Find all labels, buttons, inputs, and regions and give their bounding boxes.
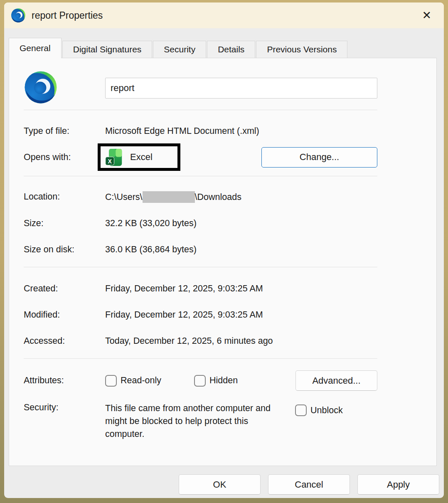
apply-button[interactable]: Apply	[357, 474, 439, 495]
size-row: Size: 32.2 KB (33,020 bytes)	[24, 218, 377, 229]
read-only-checkbox-group: Read-only	[105, 375, 194, 387]
type-of-file-row: Type of file: Microsoft Edge HTML Docume…	[24, 126, 377, 137]
close-icon[interactable]: ✕	[419, 9, 434, 22]
created-value: Friday, December 12, 2025, 9:03:25 AM	[105, 283, 263, 294]
annotation-highlight-box: Excel	[98, 143, 180, 171]
hidden-checkbox[interactable]	[194, 375, 206, 387]
type-of-file-value: Microsoft Edge HTML Document (.xml)	[105, 126, 259, 137]
accessed-label: Accessed:	[24, 335, 105, 347]
tab-general[interactable]: General	[9, 38, 62, 58]
divider	[24, 358, 377, 359]
redacted-username-block	[143, 191, 195, 203]
tab-digital-signatures[interactable]: Digital Signatures	[62, 41, 153, 58]
created-label: Created:	[24, 283, 105, 294]
unblock-checkbox-group: Unblock	[295, 404, 343, 416]
created-row: Created: Friday, December 12, 2025, 9:03…	[24, 283, 377, 294]
size-on-disk-value: 36.0 KB (36,864 bytes)	[105, 244, 197, 255]
size-label: Size:	[24, 218, 105, 229]
read-only-checkbox[interactable]	[105, 375, 117, 387]
modified-value: Friday, December 12, 2025, 9:03:25 AM	[105, 309, 263, 321]
window-title: report Properties	[32, 10, 103, 21]
security-description: This file came from another computer and…	[105, 402, 280, 441]
security-label: Security:	[24, 402, 105, 413]
attributes-row: Attributes: Read-only Hidden Advanced...	[24, 370, 377, 391]
divider	[24, 176, 377, 176]
opens-with-app-name: Excel	[130, 152, 153, 163]
advanced-button[interactable]: Advanced...	[295, 370, 377, 391]
location-label: Location:	[24, 191, 105, 203]
cancel-button[interactable]: Cancel	[268, 474, 350, 495]
read-only-label: Read-only	[121, 375, 161, 386]
change-button[interactable]: Change...	[261, 147, 377, 168]
accessed-row: Accessed: Today, December 12, 2025, 6 mi…	[24, 335, 377, 347]
edge-icon	[11, 8, 26, 23]
location-prefix: C:\Users\	[105, 192, 143, 202]
location-row: Location: C:\Users\\Downloads	[24, 191, 377, 203]
tab-security[interactable]: Security	[153, 41, 206, 58]
accessed-value: Today, December 12, 2025, 6 minutes ago	[105, 335, 273, 347]
properties-dialog: report Properties ✕ General Digital Sign…	[4, 2, 444, 498]
security-row: Security: This file came from another co…	[24, 402, 377, 441]
location-suffix: \Downloads	[195, 192, 241, 202]
attributes-label: Attributes:	[24, 375, 105, 386]
divider	[24, 267, 377, 267]
size-value: 32.2 KB (33,020 bytes)	[105, 218, 197, 229]
excel-icon	[105, 148, 123, 167]
edge-file-icon	[24, 70, 58, 104]
ok-button[interactable]: OK	[179, 474, 261, 495]
tab-strip: General Digital Signatures Security Deta…	[4, 37, 444, 58]
tab-details[interactable]: Details	[207, 41, 255, 58]
file-name-input[interactable]	[105, 78, 377, 99]
size-on-disk-row: Size on disk: 36.0 KB (36,864 bytes)	[24, 244, 377, 255]
title-bar: report Properties ✕	[4, 2, 444, 28]
modified-row: Modified: Friday, December 12, 2025, 9:0…	[24, 309, 377, 321]
tab-previous-versions[interactable]: Previous Versions	[256, 41, 347, 58]
hidden-label: Hidden	[209, 375, 238, 386]
type-of-file-label: Type of file:	[24, 126, 105, 137]
size-on-disk-label: Size on disk:	[24, 244, 105, 255]
unblock-label: Unblock	[310, 405, 343, 416]
hidden-checkbox-group: Hidden	[194, 375, 238, 387]
opens-with-row: Opens with: Excel Change...	[24, 143, 377, 171]
unblock-checkbox[interactable]	[295, 404, 307, 416]
general-tab-panel: Type of file: Microsoft Edge HTML Docume…	[9, 58, 437, 466]
location-value: C:\Users\\Downloads	[105, 191, 241, 203]
modified-label: Modified:	[24, 309, 105, 321]
opens-with-label: Opens with:	[24, 152, 105, 163]
dialog-footer: OK Cancel Apply	[4, 466, 444, 495]
divider	[24, 110, 377, 110]
